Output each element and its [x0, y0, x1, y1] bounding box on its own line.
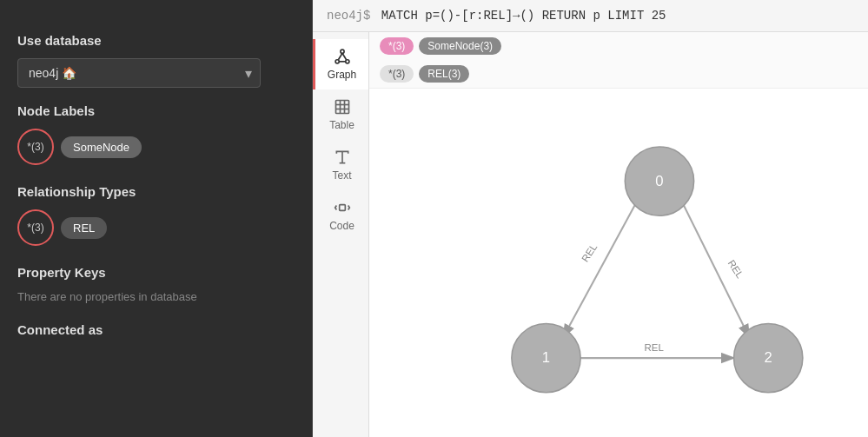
svg-point-1 — [335, 60, 339, 63]
table-icon — [334, 98, 351, 116]
tab-graph-label: Graph — [328, 69, 356, 81]
node-some-tag[interactable]: SomeNode — [61, 136, 142, 158]
svg-rect-13 — [339, 205, 345, 211]
view-tabs: Graph Table Text — [313, 32, 369, 437]
code-icon — [334, 199, 351, 216]
db-select[interactable]: neo4j 🏠 — [17, 58, 261, 88]
node-0-label: 0 — [655, 173, 663, 189]
graph-canvas: REL REL REL 0 1 2 — [369, 89, 868, 437]
property-keys-title: Property Keys — [17, 265, 295, 280]
node-labels-row: *(3) SomeNode — [17, 129, 295, 165]
db-select-wrapper: neo4j 🏠 — [17, 58, 295, 88]
result-tabs: *(3) SomeNode(3) *(3) REL(3) — [369, 32, 868, 89]
relationship-types-title: Relationship Types — [17, 184, 295, 199]
edge-label-1-2: REL — [645, 342, 664, 353]
tab-table[interactable]: Table — [313, 89, 368, 140]
rel-all-tag[interactable]: *(3) — [17, 209, 54, 246]
result-tag-somenode[interactable]: SomeNode(3) — [419, 37, 501, 55]
edge-0-1 — [564, 196, 639, 335]
tab-code[interactable]: Code — [313, 190, 368, 241]
node-labels-title: Node Labels — [17, 103, 295, 118]
svg-point-0 — [340, 50, 343, 53]
node-all-tag[interactable]: *(3) — [17, 129, 54, 165]
svg-line-3 — [338, 53, 342, 60]
node-1-label: 1 — [542, 349, 550, 366]
main-panel: neo4j$ MATCH p=()-[r:REL]→() RETURN p LI… — [313, 0, 868, 437]
result-tag-rel-label: REL(3) — [427, 68, 461, 80]
rel-all-tag-label: *(3) — [27, 222, 43, 234]
property-keys-empty: There are no properties in database — [17, 290, 295, 303]
node-some-tag-label: SomeNode — [73, 141, 129, 154]
edge-label-0-2: REL — [726, 258, 745, 280]
text-icon — [334, 149, 351, 166]
result-tag-all-nodes[interactable]: *(3) — [380, 37, 414, 55]
result-tag-all-nodes-label: *(3) — [388, 40, 405, 52]
sidebar: Use database neo4j 🏠 Node Labels *(3) So… — [0, 0, 313, 437]
tab-text[interactable]: Text — [313, 140, 368, 190]
graph-svg: REL REL REL 0 1 2 — [369, 89, 868, 437]
tab-graph[interactable]: Graph — [313, 39, 368, 89]
query-text: MATCH p=()-[r:REL]→() RETURN p LIMIT 25 — [381, 9, 666, 23]
content-area: Graph Table Text — [313, 32, 868, 437]
use-database-label: Use database — [17, 33, 295, 48]
node-all-tag-label: *(3) — [27, 141, 43, 153]
db-select-container: neo4j 🏠 — [17, 58, 261, 88]
query-prompt: neo4j$ — [327, 9, 370, 23]
result-tag-all-rels-label: *(3) — [388, 68, 405, 80]
svg-line-4 — [342, 53, 347, 60]
tab-table-label: Table — [329, 119, 354, 131]
edge-label-0-1: REL — [580, 242, 599, 263]
connected-as-title: Connected as — [17, 322, 295, 337]
graph-icon — [334, 48, 351, 65]
result-tag-somenode-label: SomeNode(3) — [427, 40, 493, 52]
tab-text-label: Text — [332, 169, 351, 182]
svg-rect-6 — [335, 101, 348, 114]
query-bar: neo4j$ MATCH p=()-[r:REL]→() RETURN p LI… — [313, 0, 868, 32]
tab-code-label: Code — [329, 220, 354, 232]
relationship-types-row: *(3) REL — [17, 209, 295, 246]
graph-view: *(3) SomeNode(3) *(3) REL(3) — [369, 32, 868, 437]
svg-point-2 — [345, 60, 348, 63]
rel-tag[interactable]: REL — [61, 217, 107, 239]
result-tag-all-rels[interactable]: *(3) — [380, 65, 414, 83]
rel-tag-label: REL — [73, 222, 95, 235]
node-2-label: 2 — [765, 349, 772, 366]
result-tag-rel[interactable]: REL(3) — [419, 65, 469, 83]
